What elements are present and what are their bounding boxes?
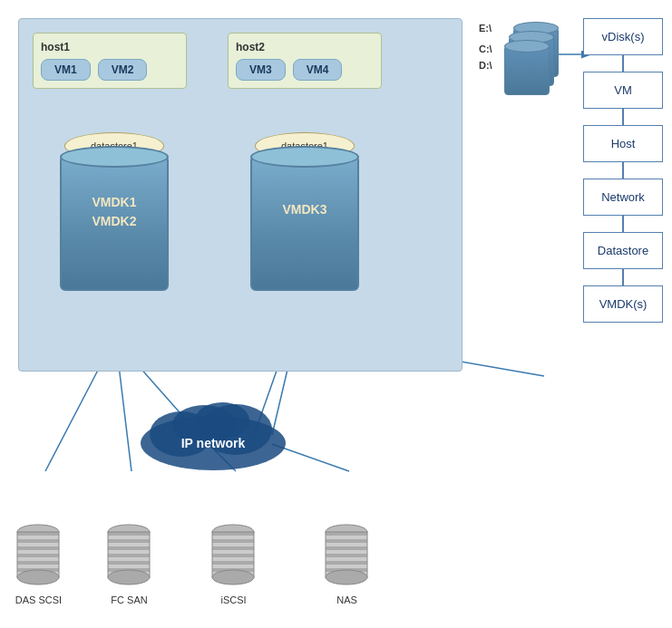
vmdk3-label: VMDK3 (252, 202, 357, 217)
das-scsi-label: DAS SCSI (14, 594, 63, 605)
host2-label: host2 (236, 41, 374, 53)
host1-vms: VM1 VM2 (41, 59, 179, 81)
connector-5 (622, 269, 624, 285)
vmdk1-label: VMDK1VMDK2 (62, 193, 167, 231)
hierarchy-vmdk: VMDK(s) (583, 285, 663, 323)
connector-3 (622, 162, 624, 179)
vdisk-cylinders (504, 27, 568, 100)
datastore1-group: datastore1 VMDK1VMDK2 (60, 146, 169, 282)
connector-1 (622, 55, 624, 72)
connector-2 (622, 109, 624, 125)
hierarchy-datastore: Datastore (583, 232, 663, 269)
hosts-panel: host1 VM1 VM2 host2 VM3 VM4 datastore1 V (18, 18, 463, 372)
svg-point-30 (212, 570, 254, 585)
ddrive-label: D:\ (479, 60, 492, 71)
nas-label: NAS (322, 594, 372, 605)
vm3-chip: VM3 (236, 59, 286, 81)
vdisk-area: E:\ C:\ D:\ (504, 27, 568, 100)
nas-storage: NAS (322, 521, 372, 605)
svg-line-4 (45, 358, 104, 471)
hierarchy-host: Host (583, 125, 663, 162)
edrive-label: E:\ (479, 23, 492, 34)
svg-line-5 (118, 358, 131, 471)
vm2-chip: VM2 (98, 59, 148, 81)
host1-box: host1 VM1 VM2 (33, 33, 187, 89)
svg-text:IP network: IP network (181, 436, 246, 450)
connector-4 (622, 216, 624, 232)
host2-box: host2 VM3 VM4 (228, 33, 382, 89)
fc-san-label: FC SAN (104, 594, 154, 605)
hierarchy-vm: VM (583, 72, 663, 109)
hierarchy-panel: vDisk(s) VM Host Network Datastore VMDK(… (583, 18, 663, 323)
svg-point-35 (326, 570, 367, 585)
host2-vms: VM3 VM4 (236, 59, 374, 81)
fc-san-storage: FC SAN (104, 521, 154, 605)
datastore2-group: datastore1 VMDK3 (250, 146, 359, 282)
cdrive-label: C:\ (479, 43, 492, 54)
svg-point-25 (108, 570, 150, 585)
svg-point-16 (195, 402, 249, 439)
diagram: host1 VM1 VM2 host2 VM3 VM4 datastore1 V (0, 0, 672, 628)
vm1-chip: VM1 (41, 59, 91, 81)
hierarchy-vdisk: vDisk(s) (583, 18, 663, 55)
ip-network-cloud: IP network (136, 393, 290, 478)
hierarchy-network: Network (583, 179, 663, 216)
vm4-chip: VM4 (293, 59, 343, 81)
iscsi-storage: iSCSI (209, 521, 258, 605)
host1-label: host1 (41, 41, 179, 53)
das-scsi-storage: DAS SCSI (14, 521, 63, 605)
iscsi-label: iSCSI (209, 594, 258, 605)
svg-point-20 (17, 570, 59, 585)
